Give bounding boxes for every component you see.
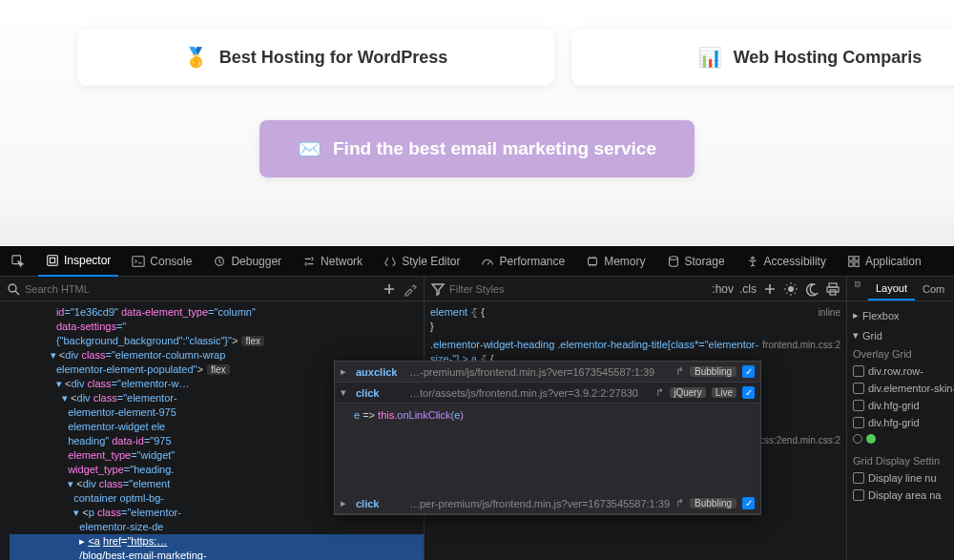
search-icon xyxy=(6,281,21,297)
cls-toggle[interactable]: .cls xyxy=(739,282,757,296)
tab-computed[interactable]: Com xyxy=(915,277,952,301)
svg-rect-2 xyxy=(50,258,54,262)
listener-toggle[interactable]: ✓ xyxy=(742,497,755,509)
tab-label: Inspector xyxy=(64,254,111,267)
dark-mode-icon[interactable] xyxy=(804,281,819,297)
tab-style-editor[interactable]: Style Editor xyxy=(376,246,467,277)
tab-performance[interactable]: Performance xyxy=(473,246,572,277)
dom-selected-node[interactable]: ▸ <a href="https:… xyxy=(10,534,424,549)
grid-item[interactable]: div.hfg-grid xyxy=(851,414,950,431)
tab-label: Application xyxy=(865,255,922,268)
light-mode-icon[interactable] xyxy=(783,281,798,297)
goto-source-icon[interactable]: ↱ xyxy=(675,365,684,378)
rule-source[interactable]: end.min.css:2 xyxy=(781,433,840,447)
svg-point-6 xyxy=(669,256,677,259)
tab-label: Accessibility xyxy=(764,255,826,268)
svg-rect-17 xyxy=(856,282,861,287)
color-dot[interactable] xyxy=(853,434,862,444)
cta-email-marketing[interactable]: ✉️ Find the best email marketing service xyxy=(259,120,695,177)
grid-item[interactable]: div.hfg-grid xyxy=(851,397,950,414)
svg-rect-10 xyxy=(849,261,853,265)
event-listeners-popup: ▸ auxclick …-premium/js/frontend.min.js?… xyxy=(334,361,761,515)
svg-point-12 xyxy=(9,284,16,292)
chart-icon: 📊 xyxy=(698,46,722,69)
webpage-content: 🥇 Best Hosting for WordPress 📊 Web Hosti… xyxy=(0,0,954,246)
tab-application[interactable]: Application xyxy=(840,246,929,277)
tab-label: Storage xyxy=(685,255,725,268)
filter-styles[interactable] xyxy=(430,281,706,297)
card-hosting-comparison[interactable]: 📊 Web Hosting Comparis xyxy=(571,29,954,86)
grid-section[interactable]: ▾ Grid xyxy=(851,325,950,345)
tab-label: Console xyxy=(150,255,192,268)
tab-console[interactable]: Console xyxy=(124,246,199,277)
grid-display-settings: Grid Display Settin xyxy=(851,452,950,469)
filter-styles-input[interactable] xyxy=(449,283,526,295)
event-handler-code: e => this.onLinkClick(e) xyxy=(335,404,760,426)
flexbox-section[interactable]: ▸ Flexbox xyxy=(851,305,950,325)
mail-icon: ✉️ xyxy=(298,137,321,160)
event-row-click[interactable]: ▾ click …tor/assets/js/frontend.min.js?v… xyxy=(335,383,760,404)
display-area-names[interactable]: Display area na xyxy=(851,487,950,504)
goto-source-icon[interactable]: ↱ xyxy=(675,497,684,509)
rule-source[interactable]: inline xyxy=(819,305,840,320)
svg-rect-11 xyxy=(855,261,859,265)
tab-layout[interactable]: Layout xyxy=(868,277,915,301)
tab-memory[interactable]: Memory xyxy=(578,246,653,277)
svg-rect-14 xyxy=(829,283,837,287)
tab-label: Network xyxy=(321,255,363,268)
tab-network[interactable]: Network xyxy=(295,246,370,277)
svg-point-7 xyxy=(751,257,754,259)
svg-rect-3 xyxy=(133,256,144,266)
tab-label: Debugger xyxy=(231,255,281,268)
listener-toggle[interactable]: ✓ xyxy=(742,365,755,378)
medal-icon: 🥇 xyxy=(184,46,208,69)
layout-panel: Layout Com ▸ Flexbox ▾ Grid Overlay Grid… xyxy=(847,277,954,560)
add-rule-button[interactable] xyxy=(762,281,778,297)
tab-label: Style Editor xyxy=(402,255,460,268)
flex-badge[interactable]: flex xyxy=(241,336,264,346)
print-icon[interactable] xyxy=(825,281,840,297)
svg-rect-1 xyxy=(48,255,58,265)
add-node-button[interactable] xyxy=(382,281,397,297)
grid-item[interactable]: div.elementor-skin-classic.el xyxy=(851,380,950,397)
tab-debugger[interactable]: Debugger xyxy=(205,246,289,277)
search-html-input[interactable] xyxy=(25,283,139,295)
tab-inspector[interactable]: Inspector xyxy=(38,246,118,277)
event-row-click-2[interactable]: ▸ click …per-premium/js/frontend.min.js?… xyxy=(335,493,760,514)
element-picker-button[interactable] xyxy=(4,246,32,277)
hov-toggle[interactable]: :hov xyxy=(712,282,734,296)
tab-label: Memory xyxy=(604,255,645,268)
eyedropper-icon[interactable] xyxy=(403,281,418,297)
goto-source-icon[interactable]: ↱ xyxy=(655,386,664,399)
svg-rect-18 xyxy=(857,283,859,285)
layout-view-icon[interactable] xyxy=(847,277,868,292)
card-best-hosting[interactable]: 🥇 Best Hosting for WordPress xyxy=(77,29,554,86)
funnel-icon xyxy=(430,281,446,297)
flex-badge[interactable]: flex xyxy=(207,364,230,375)
tab-storage[interactable]: Storage xyxy=(659,246,733,277)
tab-label: Performance xyxy=(499,255,565,268)
card-label: Web Hosting Comparis xyxy=(734,48,923,68)
svg-rect-8 xyxy=(849,256,853,259)
svg-rect-5 xyxy=(589,258,597,264)
jquery-badge: jQuery xyxy=(670,387,705,398)
tab-accessibility[interactable]: Accessibility xyxy=(738,246,834,277)
svg-rect-9 xyxy=(855,256,859,259)
display-line-numbers[interactable]: Display line nu xyxy=(851,469,950,487)
color-dot[interactable] xyxy=(866,434,876,444)
bubbling-badge: Bubbling xyxy=(690,366,736,377)
cta-label: Find the best email marketing service xyxy=(333,138,656,159)
devtools-tabbar: Inspector Console Debugger Network Style… xyxy=(0,246,954,277)
overlay-grid-label: Overlay Grid xyxy=(851,345,950,363)
listener-toggle[interactable]: ✓ xyxy=(742,386,755,399)
live-badge: Live xyxy=(712,387,736,398)
bubbling-badge: Bubbling xyxy=(690,498,736,508)
rule-source[interactable]: frontend.min.css:2 xyxy=(762,338,840,352)
search-html[interactable] xyxy=(6,281,376,297)
grid-item[interactable]: div.row.row- xyxy=(851,363,950,380)
svg-point-13 xyxy=(788,286,794,292)
card-label: Best Hosting for WordPress xyxy=(219,48,448,68)
event-row-auxclick[interactable]: ▸ auxclick …-premium/js/frontend.min.js?… xyxy=(335,362,760,383)
